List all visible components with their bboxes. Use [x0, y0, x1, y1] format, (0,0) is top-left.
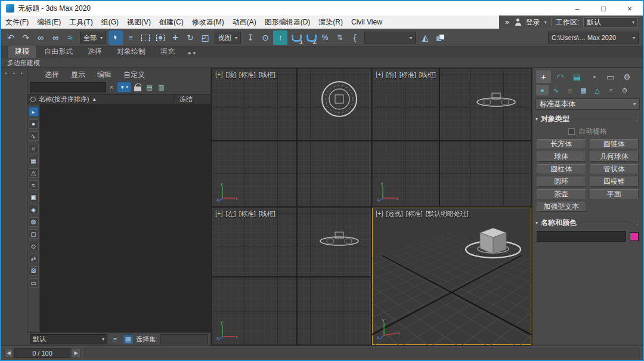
autogrid-checkbox[interactable]: [568, 128, 575, 135]
window-crossing-toggle-icon[interactable]: [153, 30, 168, 45]
display-containers-icon[interactable]: ◇: [29, 242, 39, 251]
viewport-menu-standard[interactable]: [标准]: [406, 209, 423, 218]
previous-frame-icon[interactable]: ◀: [4, 348, 13, 358]
display-xrefs-icon[interactable]: ◈: [29, 205, 39, 214]
spinner-snap-toggle-icon[interactable]: ⇅: [333, 30, 347, 45]
layer-manager-icon[interactable]: ≡: [110, 334, 120, 344]
angle-snap-toggle-icon[interactable]: ∠: [303, 30, 317, 45]
display-geometry-icon[interactable]: ●: [29, 119, 39, 129]
percent-snap-toggle-icon[interactable]: %: [318, 30, 332, 45]
selection-filter-dropdown[interactable]: 全部 ▾: [80, 32, 106, 44]
display-frozen-icon[interactable]: ⊠: [29, 266, 39, 276]
explorer-menu-select[interactable]: 选择: [39, 70, 64, 80]
menu-modifiers[interactable]: 修改器(M): [188, 16, 228, 29]
object-name-input[interactable]: [537, 231, 626, 242]
viewport-menu-shading[interactable]: [默认明暗处理]: [426, 209, 469, 218]
lights-category-icon[interactable]: ☼: [564, 85, 576, 95]
choose-columns-icon[interactable]: ▤: [144, 82, 154, 92]
modify-tab-icon[interactable]: ◠: [553, 70, 568, 83]
display-hidden-icon[interactable]: ▭: [29, 278, 39, 288]
display-bones-icon[interactable]: ▢: [29, 229, 39, 239]
ribbon-minimize-toggle[interactable]: ● ▾: [188, 50, 196, 58]
menu-graph-editors[interactable]: 图形编辑器(D): [261, 16, 315, 29]
viewport-menu-standard[interactable]: [标准]: [239, 209, 256, 218]
menu-edit[interactable]: 编辑(E): [33, 16, 65, 29]
geometry-category-icon[interactable]: ●: [536, 85, 549, 95]
viewport-menu-general[interactable]: [+]: [215, 70, 223, 79]
explorer-search-input[interactable]: [30, 82, 106, 92]
utilities-tab-icon[interactable]: ⚙: [620, 70, 634, 83]
minimize-button[interactable]: –: [564, 1, 590, 16]
viewport-menu-shading[interactable]: [线框]: [259, 209, 275, 218]
frozen-column-header[interactable]: 冻结: [177, 95, 208, 104]
menu-group[interactable]: 组(G): [97, 16, 123, 29]
select-and-link-icon[interactable]: ∞: [33, 30, 48, 45]
hierarchy-tab-icon[interactable]: ▤: [569, 70, 584, 83]
menu-rendering[interactable]: 渲染(R): [314, 16, 347, 29]
workspace-dropdown[interactable]: 默认 ▾: [583, 17, 638, 27]
dock-mini-icon-2[interactable]: ▪: [11, 70, 17, 76]
menu-views[interactable]: 视图(V): [123, 16, 155, 29]
create-tab-icon[interactable]: +: [536, 70, 551, 83]
teapot-button[interactable]: 茶壶: [537, 189, 586, 199]
snaps-toggle-icon[interactable]: 3: [288, 30, 302, 45]
sync-selection-icon[interactable]: ⇄: [29, 254, 39, 263]
box-and-torus-objects[interactable]: [454, 215, 531, 274]
cameras-category-icon[interactable]: ▦: [577, 85, 590, 95]
geosphere-button[interactable]: 几何球体: [590, 152, 639, 162]
menu-file[interactable]: 文件(F): [1, 16, 33, 29]
select-object-icon[interactable]: [109, 30, 123, 45]
explorer-menu-edit[interactable]: 编辑: [92, 70, 117, 80]
motion-tab-icon[interactable]: ◔: [586, 70, 601, 83]
dock-mini-icon-1[interactable]: ▪: [4, 70, 9, 76]
explorer-menu-display[interactable]: 显示: [66, 70, 91, 80]
close-button[interactable]: ×: [617, 1, 643, 16]
display-groups-icon[interactable]: ▣: [29, 193, 39, 202]
project-folder-dropdown[interactable]: C:\Users\… Max 2020 ▾: [548, 32, 639, 44]
display-helpers-icon[interactable]: △: [29, 168, 39, 178]
pyramid-button[interactable]: 四棱锥: [590, 177, 639, 187]
object-color-swatch[interactable]: [630, 232, 639, 241]
viewport-left[interactable]: [+] [左] [标准] [线框] x y z: [212, 208, 371, 345]
explorer-object-list[interactable]: [40, 104, 210, 332]
viewport-menu-general[interactable]: [+]: [215, 209, 223, 218]
select-and-scale-icon[interactable]: ◰: [198, 30, 212, 45]
torus-button[interactable]: 圆环: [537, 177, 586, 187]
lock-cell-editing-icon[interactable]: [134, 84, 141, 91]
select-by-name-icon[interactable]: ≡: [123, 30, 138, 45]
select-and-move-icon[interactable]: +: [168, 30, 182, 45]
menu-civil-view[interactable]: Civil View: [347, 16, 386, 29]
login-caret-icon[interactable]: ▾: [544, 20, 547, 25]
use-pivot-point-center-icon[interactable]: ⊙: [258, 30, 273, 45]
systems-category-icon[interactable]: ⊚: [618, 85, 631, 95]
torus-object[interactable]: [320, 79, 359, 119]
display-cameras-icon[interactable]: ▦: [29, 156, 39, 165]
display-selection-icon[interactable]: ▸: [29, 107, 39, 116]
ribbon-tab-object-paint[interactable]: 对象绘制: [110, 46, 152, 58]
reference-coordinate-system-dropdown[interactable]: 视图 ▾: [215, 32, 241, 44]
viewport-menu-pov[interactable]: [透视]: [386, 209, 403, 218]
viewport-menu-standard[interactable]: [标准]: [239, 70, 256, 79]
viewport-menu-shading[interactable]: [线框]: [259, 70, 275, 79]
viewport-menu-general[interactable]: [+]: [376, 70, 383, 79]
viewport-menu-standard[interactable]: [标准]: [400, 70, 416, 79]
keyboard-shortcut-override-icon[interactable]: {: [348, 30, 362, 45]
select-and-manipulate-icon[interactable]: ↑: [273, 30, 287, 45]
polygon-modeling-panel[interactable]: 多边形建模: [7, 58, 40, 67]
maximize-button[interactable]: □: [590, 1, 617, 16]
menu-create[interactable]: 创建(C): [155, 16, 188, 29]
torus-object[interactable]: [318, 232, 360, 247]
box-button[interactable]: 长方体: [537, 139, 586, 149]
spacewarps-category-icon[interactable]: ≈: [605, 85, 617, 95]
viewport-menu-pov[interactable]: [左]: [226, 209, 236, 218]
primitive-category-dropdown[interactable]: 标准基本体 ▾: [535, 98, 640, 110]
menu-tools[interactable]: 工具(T): [65, 16, 97, 29]
display-shapes-icon[interactable]: ∿: [29, 131, 39, 141]
plane-button[interactable]: 平面: [590, 189, 639, 199]
bind-to-space-warp-icon[interactable]: ≈: [63, 30, 78, 45]
layer-preset-dropdown[interactable]: 默认 ▾: [30, 334, 107, 344]
display-spacewarps-icon[interactable]: ≈: [29, 180, 39, 190]
cylinder-button[interactable]: 圆柱体: [537, 164, 586, 174]
login-button[interactable]: 登录: [526, 17, 540, 27]
ribbon-tab-populate[interactable]: 填充: [154, 46, 181, 58]
